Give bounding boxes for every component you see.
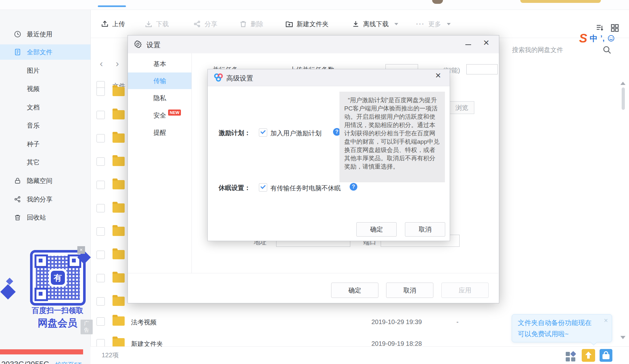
row-checkbox[interactable] — [97, 111, 105, 119]
upload-button[interactable]: 上传 — [101, 18, 125, 30]
tab-transfer[interactable]: 传输 — [128, 72, 191, 89]
sogou-logo-icon[interactable]: S — [579, 32, 587, 44]
upload-icon — [101, 20, 109, 28]
more-button[interactable]: ⋯ 更多 — [415, 18, 451, 30]
close-icon[interactable]: × — [604, 316, 608, 325]
incentive-tooltip: “用户激励计划”是百度网盘为提升PC客户端用户体验而推出的一项活动。开启后根据用… — [339, 92, 445, 182]
forward-button[interactable]: › — [116, 59, 119, 68]
folder-icon — [113, 133, 125, 143]
settings-cancel-button[interactable]: 取消 — [386, 283, 433, 298]
app-window: 最近使用 全部文件 图片 视频 文档 音乐 种子 其它 隐藏空间 我的分享 回收… — [0, 0, 629, 364]
sidebar-item-hidden-space[interactable]: 隐藏空间 — [0, 174, 90, 187]
storage-expand-link[interactable]: 扩容至5T — [55, 361, 82, 364]
delete-button[interactable]: 删除 — [239, 18, 263, 30]
advanced-ok-button[interactable]: 确定 — [356, 222, 397, 237]
settings-apply-button[interactable]: 应用 — [441, 283, 489, 298]
advanced-dialog-title: 高级设置 — [226, 74, 253, 83]
download-button[interactable]: 下载 — [144, 18, 169, 30]
scrollbar-down-arrow[interactable] — [620, 336, 625, 339]
minimize-icon[interactable] — [465, 44, 471, 45]
file-date: 2019-10-29 19:39 — [371, 318, 422, 326]
settings-ok-button[interactable]: 确定 — [331, 283, 378, 298]
file-name[interactable]: 法考视频 — [131, 318, 157, 327]
sidebar-item-videos[interactable]: 视频 — [0, 82, 90, 95]
sidebar-item-all-files[interactable]: 全部文件 — [0, 44, 90, 60]
tab-basic[interactable]: 基本 — [128, 56, 191, 72]
settings-tabs: 基本 传输 隐私 安全NEW 提醒 — [128, 53, 192, 273]
row-checkbox[interactable] — [97, 87, 105, 96]
ime-lang-indicator[interactable]: 中 — [590, 33, 598, 44]
search-icon[interactable] — [602, 45, 612, 55]
storage-usage: 2033G/2055G — [1, 360, 50, 364]
sidebar-item-documents[interactable]: 文档 — [0, 101, 90, 114]
ad-badge: 广告 — [81, 320, 93, 334]
sidebar-item-recycle-bin[interactable]: 回收站 — [0, 211, 90, 224]
file-icon — [13, 48, 22, 56]
sidebar-item-pictures[interactable]: 图片 — [0, 64, 90, 77]
row-checkbox[interactable] — [97, 227, 105, 236]
decor-diamond — [0, 284, 16, 300]
folder-icon — [113, 297, 125, 306]
decor-diamond — [6, 278, 13, 285]
transfer-grid-icon[interactable] — [566, 352, 575, 361]
share-button[interactable]: 分享 — [193, 18, 217, 30]
browse-button[interactable]: 浏览 — [449, 101, 474, 114]
scrollbar-thumb[interactable] — [622, 87, 625, 110]
row-checkbox[interactable] — [97, 297, 105, 306]
folder-icon — [113, 250, 125, 259]
active-tab-indicator — [98, 5, 126, 7]
folder-icon — [113, 157, 125, 166]
new-badge: NEW — [168, 110, 181, 116]
row-checkbox[interactable] — [97, 274, 105, 282]
row-checkbox[interactable] — [97, 181, 105, 189]
row-checkbox[interactable] — [97, 157, 105, 166]
new-folder-button[interactable]: 新建文件夹 — [285, 18, 329, 30]
more-dots-icon: ⋯ — [415, 21, 425, 27]
qr-ad-scan-text: 百度扫一扫领取 — [22, 306, 93, 315]
incentive-checkbox[interactable] — [259, 128, 267, 137]
trash-icon — [239, 20, 247, 28]
folder-icon — [113, 87, 125, 96]
sleep-checkbox-label[interactable]: 有传输任务时电脑不休眠 — [270, 184, 341, 193]
share-icon — [13, 195, 22, 203]
sidebar: 最近使用 全部文件 图片 视频 文档 音乐 种子 其它 隐藏空间 我的分享 回收… — [0, 10, 91, 364]
folder-icon — [113, 110, 125, 119]
avatar[interactable] — [432, 0, 443, 4]
offline-download-button[interactable]: 离线下载 — [352, 18, 398, 30]
auto-backup-folder-icon[interactable] — [582, 349, 595, 362]
sidebar-item-music[interactable]: 音乐 — [0, 119, 90, 132]
row-checkbox[interactable] — [97, 134, 105, 142]
lock-space-icon[interactable] — [600, 349, 612, 362]
row-checkbox[interactable] — [97, 251, 105, 259]
sidebar-item-others[interactable]: 其它 — [0, 156, 90, 169]
help-icon[interactable]: ? — [350, 183, 357, 191]
sleep-checkbox[interactable] — [259, 183, 267, 192]
vip-banner-partial[interactable] — [520, 0, 601, 3]
row-checkbox[interactable] — [97, 204, 105, 212]
chevron-down-icon — [394, 23, 398, 25]
ime-punct-indicator[interactable]: ’, — [600, 34, 604, 43]
tab-security[interactable]: 安全NEW — [128, 107, 191, 124]
row-checkbox[interactable] — [97, 317, 105, 326]
close-icon[interactable]: × — [483, 37, 489, 49]
scrollbar-up-arrow[interactable] — [620, 82, 625, 85]
toast-arrow — [590, 339, 597, 345]
share-icon — [193, 20, 201, 28]
tab-privacy[interactable]: 隐私 — [128, 90, 191, 106]
close-icon[interactable]: × — [77, 246, 85, 254]
ime-emoji-icon[interactable] — [607, 34, 615, 42]
download-parallel-input[interactable] — [466, 64, 498, 74]
sogou-ime-bar: S 中 ’, — [579, 32, 629, 45]
advanced-cancel-button[interactable]: 取消 — [405, 222, 445, 237]
back-button[interactable]: ‹ — [100, 59, 103, 68]
incentive-checkbox-label[interactable]: 加入用户激励计划 — [270, 129, 322, 138]
tab-reminder[interactable]: 提醒 — [128, 124, 191, 141]
close-icon[interactable]: × — [435, 70, 441, 81]
sidebar-item-my-shares[interactable]: 我的分享 — [0, 193, 90, 206]
trash-icon — [13, 213, 22, 222]
sidebar-item-recent[interactable]: 最近使用 — [0, 28, 90, 41]
folder-icon — [113, 338, 125, 347]
folder-icon — [113, 273, 125, 283]
search-input[interactable] — [511, 46, 602, 54]
sidebar-item-seeds[interactable]: 种子 — [0, 138, 90, 150]
